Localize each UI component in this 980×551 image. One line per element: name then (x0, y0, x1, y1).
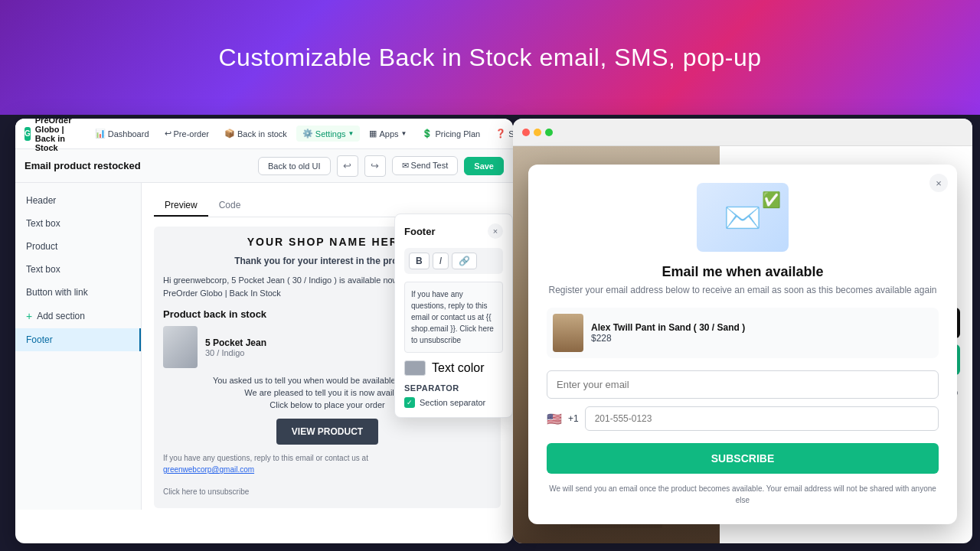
window-controls (522, 129, 553, 136)
popup-product-name: Alex Twill Pant in Sand ( 30 / Sand ) (591, 322, 745, 333)
phone-input[interactable] (585, 406, 939, 431)
subscribe-button[interactable]: SUBSCRIBE (547, 443, 939, 474)
email-notify-popup: × ✉️ ✅ Email me when available Register … (528, 165, 957, 524)
bold-button[interactable]: B (409, 253, 430, 269)
add-icon: + (26, 310, 32, 322)
italic-button[interactable]: I (433, 253, 449, 269)
email-input[interactable] (547, 370, 939, 399)
email-product-name: 5 Pocket Jean (205, 337, 266, 348)
nav-dashboard[interactable]: 📊 Dashboard (89, 126, 155, 142)
top-navigation: G PreOrder Globo | Back in Stock 📊 Dashb… (15, 119, 513, 149)
link-button[interactable]: 🔗 (452, 253, 477, 269)
popup-illustration: ✉️ ✅ (697, 183, 789, 252)
email-product-variant: 30 / Indigo (205, 348, 266, 357)
send-test-button[interactable]: ✉ Send Test (392, 156, 459, 175)
format-toolbar: B I 🔗 (404, 248, 503, 274)
separator-checkbox[interactable]: ✓ (404, 397, 415, 408)
nav-preorder[interactable]: ↩ Pre-order (158, 126, 215, 142)
email-content-area: Preview Code YOUR SHOP NAME HERE Thank y… (142, 183, 513, 510)
sidebar-footer[interactable]: Footer (15, 328, 141, 351)
email-unsub-text: Click here to unsubscribe (163, 487, 492, 496)
popup-product-price: $228 (591, 333, 745, 344)
product-page-panel: Alex Twill Pant Sand 0 USD Sold out 31 3… (513, 119, 972, 543)
popup-disclaimer: We will send you an email once the produ… (547, 483, 939, 506)
text-color-swatch[interactable] (404, 360, 426, 376)
back-to-old-ui-button[interactable]: Back to old UI (258, 157, 330, 175)
modal-title: Footer (404, 226, 435, 237)
modal-header: Footer × (404, 223, 503, 239)
check-circle-icon: ✅ (762, 191, 781, 209)
email-cta-button[interactable]: VIEW PRODUCT (276, 419, 378, 445)
tab-preview[interactable]: Preview (154, 195, 208, 217)
separator-label: Section separator (420, 398, 485, 407)
editor-toolbar: Email product restocked Back to old UI ↩… (15, 149, 513, 183)
phone-row: 🇺🇸 +1 (547, 406, 939, 431)
sidebar-add-section[interactable]: + Add section (15, 304, 141, 328)
app-logo-icon: G (24, 127, 31, 141)
nav-support[interactable]: ❓ Support ▼ (489, 126, 513, 142)
popup-product-row: Alex Twill Pant in Sand ( 30 / Sand ) $2… (547, 308, 939, 358)
sidebar-textbox-1[interactable]: Text box (15, 212, 141, 235)
email-footer-link[interactable]: greenwebcorp@gmail.com (163, 465, 492, 474)
email-editor-panel: G PreOrder Globo | Back in Stock 📊 Dashb… (15, 119, 513, 543)
country-flag-icon: 🇺🇸 (547, 412, 562, 426)
right-browser-bar (513, 119, 972, 146)
hero-title-container: Customizable Back in Stock email, SMS, p… (0, 0, 980, 115)
separator-checkbox-row: ✓ Section separator (404, 397, 503, 408)
nav-logo: G PreOrder Globo | Back in Stock (24, 119, 80, 152)
maximize-dot (545, 129, 553, 136)
editor-title: Email product restocked (24, 160, 252, 171)
sidebar-button-link[interactable]: Button with link (15, 281, 141, 304)
text-color-label: Text color (432, 361, 484, 375)
nav-back-in-stock[interactable]: 📦 Back in stock (218, 126, 293, 142)
sidebar-textbox-2[interactable]: Text box (15, 258, 141, 281)
app-name: PreOrder Globo | Back in Stock (35, 119, 80, 152)
product-thumbnail (163, 326, 198, 368)
footer-settings-modal: Footer × B I 🔗 If you have any questions… (394, 214, 513, 418)
check-icon: ✓ (407, 399, 413, 406)
close-dot (522, 129, 530, 136)
hero-heading: Customizable Back in Stock email, SMS, p… (218, 44, 761, 72)
text-preview: If you have any questions, reply to this… (404, 282, 503, 353)
nav-settings[interactable]: ⚙️ Settings ▼ (296, 126, 361, 142)
popup-close-button[interactable]: × (929, 174, 948, 192)
text-color-row: Text color (404, 360, 503, 376)
redo-button[interactable]: ↪ (364, 155, 386, 177)
popup-product-image (553, 314, 583, 352)
phone-code: +1 (568, 413, 579, 424)
minimize-dot (534, 129, 541, 136)
nav-apps[interactable]: ▦ Apps ▼ (363, 126, 413, 142)
email-footer-text: If you have any questions, reply to this… (163, 454, 492, 462)
save-button[interactable]: Save (464, 157, 504, 175)
popup-product-details: Alex Twill Pant in Sand ( 30 / Sand ) $2… (591, 322, 745, 344)
right-content: Alex Twill Pant Sand 0 USD Sold out 31 3… (513, 146, 972, 543)
sidebar-header[interactable]: Header (15, 189, 141, 212)
envelope-icon: ✉️ (724, 200, 762, 236)
editor-main-layout: Header Text box Product Text box Button … (15, 183, 513, 510)
modal-close-button[interactable]: × (488, 223, 503, 239)
tab-code[interactable]: Code (208, 195, 252, 217)
nav-pricing[interactable]: 💲 Pricing Plan (416, 126, 486, 142)
separator-section-label: SEPARATOR (404, 383, 503, 393)
sidebar-product[interactable]: Product (15, 235, 141, 258)
popup-subtitle: Register your email address below to rec… (547, 285, 939, 295)
email-product-details: 5 Pocket Jean 30 / Indigo (205, 337, 266, 357)
undo-button[interactable]: ↩ (337, 155, 358, 177)
popup-title: Email me when available (547, 264, 939, 280)
section-sidebar: Header Text box Product Text box Button … (15, 183, 142, 510)
